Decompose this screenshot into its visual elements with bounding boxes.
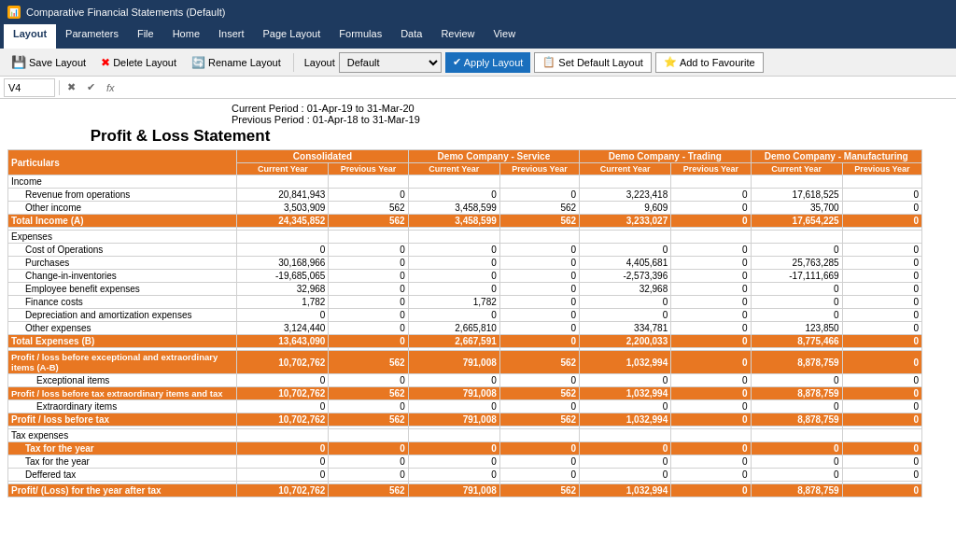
service-previous-header: Previous Year (499, 163, 579, 175)
set-default-layout-button[interactable]: 📋 Set Default Layout (534, 52, 652, 73)
toolbar: 💾 Save Layout ✖ Delete Layout 🔄 Rename L… (0, 49, 956, 77)
formula-separator (59, 80, 60, 95)
tax-for-year-total-row: Tax for the year 00 00 00 00 (8, 442, 922, 455)
trading-current-header: Current Year (580, 163, 671, 175)
tab-home[interactable]: Home (163, 24, 209, 49)
apply-layout-button[interactable]: ✔ Apply Layout (445, 52, 531, 73)
tab-review[interactable]: Review (431, 24, 484, 49)
trading-previous-header: Previous Year (671, 163, 751, 175)
tab-view[interactable]: View (484, 24, 525, 49)
table-row: Other income 3,503,909562 3,458,599562 9… (8, 202, 922, 215)
separator (293, 53, 294, 72)
total-income-row: Total Income (A) 24,345,852562 3,458,599… (8, 215, 922, 228)
table-row: Finance costs 1,7820 1,7820 00 00 (8, 296, 922, 309)
consolidated-header: Consolidated (237, 150, 408, 163)
table-row: Change-in-inventories -19,685,0650 00 -2… (8, 270, 922, 283)
app-icon: 📊 (7, 6, 21, 19)
fx-label: ✖ (63, 81, 79, 93)
sheet-area: Current Period : 01-Apr-19 to 31-Mar-20 … (0, 99, 956, 560)
sheet-content: Current Period : 01-Apr-19 to 31-Mar-20 … (0, 99, 956, 560)
title-bar: 📊 Comparative Financial Statements (Defa… (0, 0, 956, 24)
previous-period: Previous Period : 01-Apr-18 to 31-Mar-19 (232, 114, 420, 125)
table-row: Cost of Operations 00 00 00 00 (8, 244, 922, 257)
save-layout-button[interactable]: 💾 Save Layout (6, 53, 91, 71)
table-row: Other expenses 3,124,4400 2,665,8100 334… (8, 322, 922, 335)
manufacturing-header: Demo Company - Manufacturing (751, 150, 921, 163)
tab-layout[interactable]: Layout (4, 24, 56, 49)
table-row: Deffered tax 00 00 00 00 (8, 469, 922, 482)
check-label: ✔ (83, 81, 99, 93)
table-row: Income (8, 175, 922, 189)
window-title: Comparative Financial Statements (Defaul… (26, 7, 225, 18)
star-icon: ⭐ (664, 56, 677, 68)
delete-icon: ✖ (101, 56, 110, 69)
tab-page-layout[interactable]: Page Layout (254, 24, 330, 49)
tab-file[interactable]: File (128, 24, 163, 49)
delete-layout-button[interactable]: ✖ Delete Layout (95, 54, 182, 71)
tab-formulas[interactable]: Formulas (330, 24, 391, 49)
service-header: Demo Company - Service (408, 150, 579, 163)
profit-before-tax-row: Profit / loss before tax 10,702,762562 7… (8, 413, 922, 427)
tab-insert[interactable]: Insert (209, 24, 254, 49)
profit-tax-extraordinary-row: Profit / loss before tax extraordinary i… (8, 387, 922, 400)
manufacturing-current-header: Current Year (751, 163, 842, 175)
total-expenses-row: Total Expenses (B) 13,643,0900 2,667,591… (8, 335, 922, 348)
formula-input[interactable] (122, 82, 952, 93)
table-row: Tax for the year 00 00 00 00 (8, 455, 922, 469)
trading-header: Demo Company - Trading (580, 150, 751, 163)
table-row: Revenue from operations 20,841,9430 00 3… (8, 189, 922, 202)
table-row: Depreciation and amortization expenses 0… (8, 309, 922, 322)
service-current-header: Current Year (408, 163, 499, 175)
save-icon: 💾 (11, 55, 26, 69)
fx-icon: fx (103, 82, 119, 93)
consolidated-current-header: Current Year (237, 163, 329, 175)
rename-icon: 🔄 (191, 56, 205, 69)
apply-icon: ✔ (453, 56, 461, 68)
default-icon: 📋 (542, 56, 555, 68)
add-to-favourite-button[interactable]: ⭐ Add to Favourite (655, 52, 764, 73)
tab-parameters[interactable]: Parameters (56, 24, 128, 49)
current-period: Current Period : 01-Apr-19 to 31-Mar-20 (232, 103, 420, 114)
particulars-header: Particulars (8, 150, 237, 175)
financial-table: Particulars Consolidated Demo Company - … (7, 149, 922, 497)
table-row: Tax expenses (8, 429, 922, 442)
table-row: Expenses (8, 231, 922, 244)
title-row: Profit & Loss Statement (7, 127, 949, 146)
ribbon-tabs: Layout Parameters File Home Insert Page … (0, 24, 956, 49)
table-row: Extraordinary items 00 00 00 00 (8, 400, 922, 413)
layout-select[interactable]: Default (339, 52, 442, 73)
table-row: Employee benefit expenses 32,9680 00 32,… (8, 283, 922, 296)
layout-label: Layout (304, 57, 335, 68)
table-row: Purchases 30,168,9660 00 4,405,6810 25,7… (8, 257, 922, 270)
rename-layout-button[interactable]: 🔄 Rename Layout (186, 54, 287, 71)
report-title: Profit & Loss Statement (73, 127, 288, 146)
net-profit-row: Profit/ (Loss) for the year after tax 10… (8, 484, 922, 497)
cell-reference[interactable] (4, 78, 55, 97)
profit-exceptional-row: Profit / loss before exceptional and ext… (8, 351, 922, 374)
table-row: Exceptional items 00 00 00 00 (8, 374, 922, 387)
formula-bar: ✖ ✔ fx (0, 77, 956, 99)
app-window: 📊 Comparative Financial Statements (Defa… (0, 0, 956, 560)
manufacturing-previous-header: Previous Year (842, 163, 921, 175)
report-header: Current Period : 01-Apr-19 to 31-Mar-20 … (7, 103, 949, 125)
column-group-header-row: Particulars Consolidated Demo Company - … (8, 150, 922, 163)
consolidated-previous-header: Previous Year (329, 163, 408, 175)
tab-data[interactable]: Data (391, 24, 431, 49)
